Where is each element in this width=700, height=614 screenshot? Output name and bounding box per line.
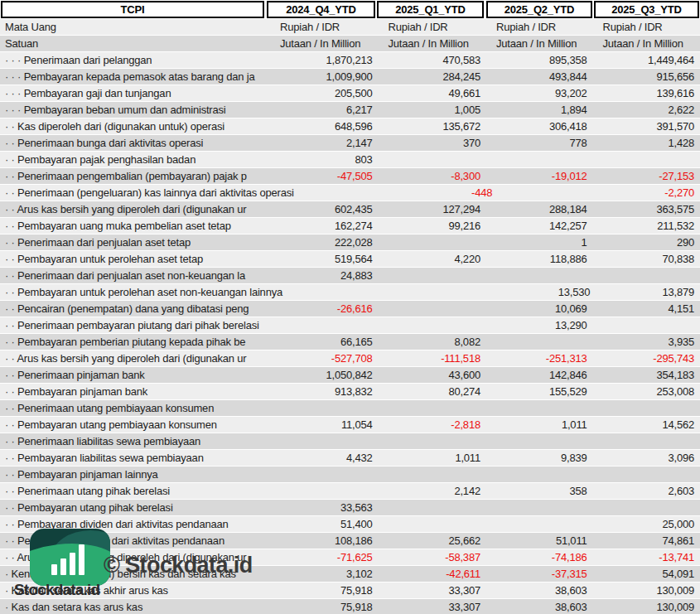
cell-value: 3,102 — [270, 566, 378, 582]
cell-value: 211,532 — [592, 218, 700, 234]
cell-value: 13,879 — [596, 284, 700, 300]
cell-value: -2,818 — [378, 417, 485, 433]
cell-value — [592, 317, 700, 333]
cell-value: Jutaan / In Million — [270, 36, 378, 51]
cell-value — [486, 500, 593, 515]
cell-value: -27,153 — [592, 168, 700, 184]
cell-value: -8,300 — [378, 168, 485, 184]
cell-value: 1,005 — [378, 102, 485, 118]
cell-value: 778 — [486, 135, 593, 151]
cell-value: 38,603 — [486, 599, 593, 614]
table-row: · · Penerimaan pembayaran piutang dari p… — [0, 317, 700, 333]
cell-value: 391,570 — [592, 118, 700, 134]
row-label: · · Penerimaan (pengeluaran) kas lainnya… — [0, 185, 294, 201]
row-label: · · Penerimaan bunga dari aktivitas oper… — [0, 135, 270, 151]
cell-value: 895,358 — [486, 52, 593, 68]
indent-dots: · · — [5, 352, 17, 365]
row-label: · · Pembayaran utang pembiayaan konsumen — [0, 417, 270, 433]
table-row: · · · Pembayaran beban umum dan administ… — [0, 101, 700, 118]
table-row: · · Penerimaan utang pembiayaan konsumen — [0, 399, 700, 416]
cell-value: -37,315 — [486, 566, 593, 582]
cell-value — [270, 467, 378, 482]
cell-value — [486, 467, 593, 482]
indent-dots: · · — [5, 286, 17, 298]
indent-dots: · · — [5, 435, 17, 447]
cell-value: 118,886 — [486, 251, 593, 267]
row-label: · · Penerimaan pembayaran piutang dari p… — [0, 317, 270, 333]
cell-value — [486, 152, 593, 167]
indent-dots: · · — [5, 253, 17, 265]
cell-value: 2,603 — [592, 483, 700, 499]
cell-value — [486, 400, 593, 416]
cell-value — [486, 433, 593, 449]
cell-value: Rupiah / IDR — [486, 19, 593, 35]
cell-value — [486, 516, 593, 532]
cell-value: -26,616 — [270, 301, 378, 317]
cell-value: 54,091 — [592, 566, 700, 582]
table-row: · · Penerimaan liabilitas sewa pembiayaa… — [0, 433, 700, 449]
cell-value: 142,846 — [486, 367, 593, 383]
cell-value: 4,432 — [270, 450, 378, 466]
row-label: · · Arus kas bersih yang diperoleh dari … — [0, 351, 270, 366]
cell-value: 33,307 — [378, 599, 485, 614]
cell-value: 74,861 — [592, 533, 700, 549]
cell-value: -527,708 — [270, 351, 378, 366]
row-label: · · · Pembayaran gaji dan tunjangan — [0, 85, 270, 101]
table-row: · · Pembayaran untuk perolehan aset non-… — [0, 283, 700, 300]
cell-value: 1,011 — [378, 450, 485, 466]
indent-dots: · · — [5, 534, 17, 547]
indent-dots: · · — [5, 203, 17, 215]
cell-value: -448 — [396, 185, 498, 201]
cell-value: 803 — [270, 152, 378, 167]
cell-value: 25,662 — [378, 533, 485, 549]
row-label: · · Penerimaan dari penjualan aset tetap — [0, 234, 270, 250]
table-row: · · Pembayaran pajak penghasilan badan80… — [0, 151, 700, 167]
cell-value: 602,435 — [270, 201, 378, 217]
cell-value: 3,935 — [592, 334, 700, 350]
cell-value: 70,838 — [592, 251, 700, 267]
cell-value — [378, 467, 485, 482]
table-row: · Kas dan setara kas akhir arus kas75,91… — [0, 582, 700, 598]
cell-value: -47,505 — [270, 168, 378, 184]
row-label: · · Arus kas bersih yang diperoleh dari … — [0, 201, 270, 217]
indent-dots: · · — [5, 385, 17, 398]
cell-value: 10,069 — [486, 301, 593, 317]
table-row: · · Pembayaran untuk perolehan aset teta… — [0, 250, 700, 267]
row-label: · · Penerimaan utang pembiayaan konsumen — [0, 400, 270, 416]
indent-dots: · · — [5, 468, 17, 481]
cell-value: 14,562 — [592, 417, 700, 433]
table-row: · · Pembayaran utang pihak berelasi33,56… — [0, 499, 700, 515]
cell-value: -111,518 — [378, 351, 485, 366]
row-label: · · · Pembayaran kepada pemasok atas bar… — [0, 69, 270, 85]
cell-value: 288,184 — [486, 201, 593, 217]
row-label: · · Penerimaan pengembalian (pembayaran)… — [0, 168, 270, 184]
row-label: · · Pembayaran utang pihak berelasi — [0, 500, 270, 515]
cell-value: -74,186 — [486, 549, 593, 565]
cell-value: 648,596 — [270, 118, 378, 134]
row-label: · · Pembayaran pinjaman bank — [0, 384, 270, 399]
cashflow-table: Mata UangRupiah / IDRRupiah / IDRRupiah … — [0, 18, 700, 614]
cell-value: Jutaan / In Million — [378, 36, 485, 51]
indent-dots: · · · — [5, 87, 24, 99]
cell-value: -42,611 — [378, 566, 485, 582]
cell-value: 363,575 — [592, 201, 700, 217]
cell-value: 222,028 — [270, 234, 378, 250]
company-ticker-header: TCPI — [1, 1, 264, 18]
cell-value — [592, 500, 700, 515]
cell-value: 1 — [486, 234, 593, 250]
cell-value: 25,000 — [592, 516, 700, 532]
cell-value: 519,564 — [270, 251, 378, 267]
cell-value — [270, 400, 378, 416]
row-label: · · Pembayaran pinjaman lainnya — [0, 467, 270, 482]
cell-value: 915,656 — [592, 69, 700, 85]
cell-value: 358 — [486, 483, 593, 499]
cell-value — [592, 467, 700, 482]
row-label: · · Pembayaran untuk perolehan aset teta… — [0, 251, 270, 267]
cell-value — [378, 301, 485, 317]
cell-value: 4,151 — [592, 301, 700, 317]
row-label: · · Pembayaran pajak penghasilan badan — [0, 152, 270, 167]
table-row: · · · Pembayaran kepada pemasok atas bar… — [0, 68, 700, 85]
cell-value: 135,672 — [378, 118, 485, 134]
meta-row-label: Mata Uang — [0, 19, 270, 35]
row-label: · Kas dan setara kas arus kas — [0, 599, 270, 614]
